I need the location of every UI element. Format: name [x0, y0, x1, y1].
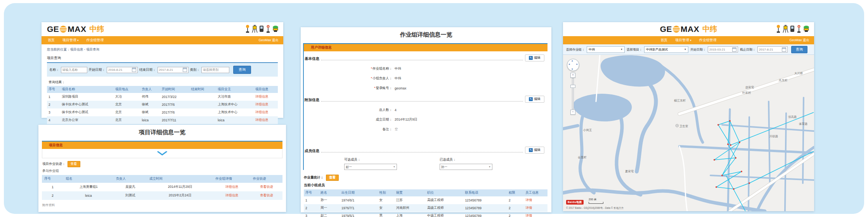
- calendar-icon[interactable]: [732, 47, 736, 52]
- workgroup-select[interactable]: 中纬▼: [587, 46, 625, 53]
- map-label: 川联路: [769, 135, 778, 138]
- project-detail-window: 项目详细信息一览 项目信息 项目作业轨迹： 查看 参与作业组 序号组名负责人成立…: [38, 125, 286, 212]
- pan-up-icon[interactable]: ▴: [572, 59, 573, 62]
- table-cell: 赵二: [319, 212, 340, 217]
- table-cell: 高级工程师: [426, 196, 463, 204]
- pan-right-icon[interactable]: ▸: [576, 63, 578, 66]
- map-pan-control[interactable]: ▴ ▾ ◂ ▸: [567, 59, 579, 71]
- view-track-button[interactable]: 查看: [68, 161, 80, 167]
- user-detail-bar: 用户详细信息: [304, 43, 547, 51]
- table-link[interactable]: 详情: [525, 198, 532, 202]
- chevron-down-icon: ▼: [684, 48, 686, 51]
- nav-home[interactable]: 首页: [48, 38, 55, 43]
- map-canvas[interactable]: 小闸王 金屋村 夏家宅 横江东村 叶家村 赵家宅 高东村 大川桥 卫生室 张高路…: [563, 55, 814, 211]
- selected-members-select[interactable]: 孙一▼: [440, 164, 492, 170]
- calendar-icon[interactable]: [782, 47, 786, 52]
- logo-text-zhongwei: 中纬: [90, 24, 104, 34]
- map-label: 卫生室: [679, 124, 688, 128]
- edit-members-button[interactable]: ✎编辑: [525, 147, 544, 154]
- table-row: 3赵二1979/5/1男上海中级工程师1234567892详情: [304, 212, 547, 217]
- name-input[interactable]: 请输入名称: [61, 67, 87, 73]
- nav-home[interactable]: 首页: [660, 38, 667, 43]
- zoom-track[interactable]: [572, 78, 574, 109]
- available-members-select[interactable]: 赵一▼: [344, 164, 397, 170]
- poi-marker: [676, 124, 679, 127]
- column-header: 项目信息: [254, 86, 278, 93]
- map-label: 高东村: [779, 79, 788, 82]
- pan-down-icon[interactable]: ▾: [572, 68, 573, 71]
- chevron-down-icon: ▼: [489, 166, 491, 168]
- nav-project-management[interactable]: 项目管理▾: [675, 38, 691, 43]
- nav-workgroup-management[interactable]: 作业组管理: [87, 38, 104, 43]
- table-cell: 2: [42, 191, 63, 200]
- table-cell: [189, 101, 216, 108]
- table-cell: 2: [507, 212, 524, 217]
- table-link[interactable]: 详细信息: [225, 193, 239, 197]
- table-cell: 周一: [319, 204, 340, 212]
- table-link[interactable]: 详细信息: [255, 102, 269, 106]
- edit-basic-button[interactable]: ✎编辑: [525, 54, 544, 61]
- end-date-input[interactable]: 2017-8-21: [757, 46, 788, 52]
- logout-link[interactable]: GeoMax 退出: [259, 38, 279, 43]
- table-cell: 北京: [114, 116, 140, 124]
- type-input[interactable]: 请选择类别: [201, 67, 229, 73]
- page-title: 项目详细信息一览: [38, 129, 286, 136]
- column-header: 负责人: [114, 175, 147, 183]
- project-select[interactable]: 中纬新产品测试▼: [644, 46, 688, 53]
- table-link[interactable]: 详情: [525, 214, 532, 217]
- selected-members-label: 已选成员：: [440, 158, 492, 162]
- available-members-label: 可选成员：: [344, 158, 397, 162]
- table-link[interactable]: 详细信息: [255, 110, 269, 114]
- column-header: 权限: [507, 189, 524, 196]
- nav-workgroup-management[interactable]: 作业组管理: [699, 38, 717, 43]
- table-link[interactable]: 详细信息: [255, 118, 269, 122]
- type-label: 类别：: [190, 68, 200, 72]
- edit-extra-button[interactable]: ✎编辑: [525, 96, 544, 103]
- table-link[interactable]: 详情: [525, 206, 532, 210]
- nav-project-management[interactable]: 项目管理▾: [62, 38, 79, 43]
- calendar-icon[interactable]: [132, 68, 136, 72]
- equipment-icons: [245, 25, 279, 33]
- map-label: 张高路: [788, 115, 797, 119]
- view-stats-button[interactable]: 查看: [326, 175, 339, 181]
- zoom-handle[interactable]: [570, 85, 575, 88]
- column-header: 作业轨迹: [251, 175, 282, 183]
- start-date-input[interactable]: 2016-8-21: [107, 67, 138, 73]
- table-link[interactable]: 详细信息: [225, 185, 239, 189]
- zoom-in-button[interactable]: +: [570, 73, 575, 78]
- column-header: 开始时间: [160, 86, 189, 93]
- logout-link[interactable]: GeoMax 退出: [790, 38, 810, 43]
- table-cell: leica: [216, 116, 254, 124]
- section-extra-info: 附加信息 ✎编辑: [305, 96, 544, 103]
- table-cell: 2: [507, 204, 524, 212]
- query-button[interactable]: 查询: [233, 66, 251, 74]
- track-map-window: GE MAX 中纬 首页 项目管理▾ 作业组管理 GeoMax 退出 选择作业组…: [563, 22, 814, 211]
- table-link[interactable]: 查看轨迹: [260, 185, 273, 189]
- pan-left-icon[interactable]: ◂: [568, 63, 570, 66]
- collapse-toggle[interactable]: [42, 149, 282, 158]
- table-cell: 1976/7/1: [340, 204, 378, 212]
- total-members-value: 4: [395, 108, 397, 112]
- start-date-input[interactable]: 2015-03-21: [708, 46, 738, 52]
- prism-pole-icon: [265, 25, 271, 33]
- map-zoom-slider[interactable]: + −: [570, 73, 575, 115]
- project-select-label: 选择项目：: [627, 47, 642, 52]
- table-cell: 上海测量组1: [63, 183, 113, 191]
- project-info-bar: 项目信息: [42, 141, 282, 149]
- column-header: 员工信息: [524, 189, 547, 196]
- query-button[interactable]: 查询: [791, 46, 807, 53]
- zoom-out-button[interactable]: −: [570, 110, 575, 115]
- map-label: 大川桥: [794, 72, 803, 75]
- table-cell: 男: [378, 212, 395, 217]
- project-query-window: GE MAX 中纬 首页 项目管理▾ 作业组管理 GeoMax 退出 您当前的位…: [42, 22, 283, 118]
- calendar-icon[interactable]: [183, 68, 187, 72]
- table-link[interactable]: 查看轨迹: [260, 193, 273, 197]
- app-header: GE MAX 中纬: [42, 22, 283, 36]
- table-cell: 女: [378, 204, 395, 212]
- table-link[interactable]: 详细信息: [255, 94, 269, 98]
- table-cell: leica: [140, 116, 161, 124]
- table-row: 1上海测量组1吴骏凡2014年11月29日详细信息查看轨迹: [42, 183, 282, 191]
- geomax-logo: GE MAX 中纬: [660, 24, 717, 34]
- end-date-input[interactable]: 2017-8-21: [158, 67, 189, 73]
- members-table: 序号姓名出生日期性别籍贯职位联系电话权限员工信息1孙一1974/6/1女江苏高级…: [304, 189, 547, 217]
